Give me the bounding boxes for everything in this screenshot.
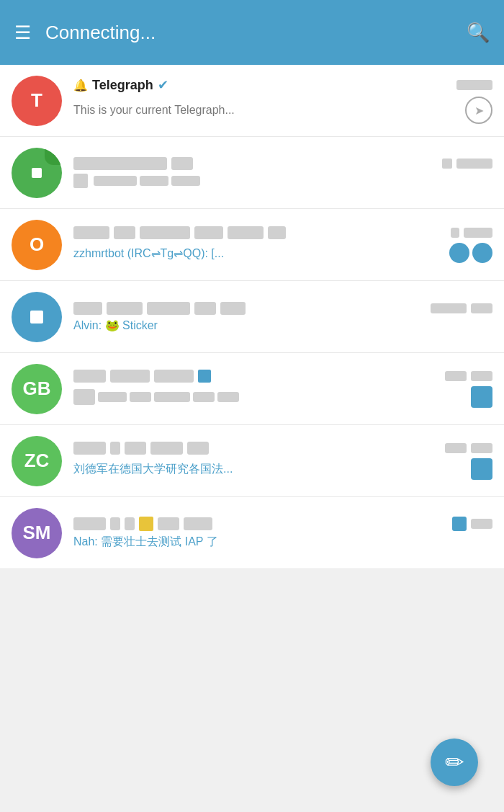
- chat-name-zc-dot: [110, 442, 120, 455]
- compose-icon: ✏: [445, 749, 464, 776]
- preview-green-2: [140, 176, 168, 186]
- chat-name-orange-4: [194, 226, 223, 239]
- chat-name-green: [73, 157, 167, 170]
- chat-name-sm-3: [184, 517, 212, 530]
- chat-name-blue-2: [107, 302, 143, 315]
- chat-time-sm: [471, 519, 492, 529]
- chat-name-blue-5: [220, 302, 246, 315]
- chat-preview-sm: Nah: 需要壮士去测试 IAP 了: [73, 535, 218, 550]
- chat-name-green-2: [171, 157, 193, 170]
- chat-name-telegraph: Telegraph: [92, 78, 153, 93]
- chat-info-sm: Nah: 需要壮士去测试 IAP 了: [73, 517, 492, 550]
- chat-item-zc[interactable]: ZC 刘德军在德国大学研究各国法...: [0, 425, 504, 497]
- muted-icon: 🔔: [73, 79, 88, 92]
- chat-name-zc-1: [73, 442, 106, 455]
- chat-item-green[interactable]: [0, 137, 504, 209]
- avatar-blue: [12, 292, 62, 342]
- chat-name-blue-4: [194, 302, 216, 315]
- chat-name-zc-2: [125, 442, 146, 455]
- chat-name-sm-dot: [110, 517, 120, 530]
- chat-name-gb-3: [154, 370, 194, 383]
- chat-time-telegraph: [456, 80, 492, 90]
- chat-item-telegraph[interactable]: T 🔔 Telegraph ✔ This is your current Tel…: [0, 65, 504, 137]
- chat-item-orange[interactable]: O zzhmrtbot (IRC⇌Tg⇌QQ): [...: [0, 209, 504, 281]
- chat-name-orange-1: [73, 226, 109, 239]
- share-icon[interactable]: ➤: [465, 97, 492, 124]
- chat-preview-telegraph: This is your current Telegraph...: [73, 104, 235, 117]
- chat-preview-orange: zzhmrtbot (IRC⇌Tg⇌QQ): [...: [73, 246, 224, 260]
- chat-name-zc-4: [187, 442, 209, 455]
- avatar-green: [12, 148, 62, 198]
- chat-time-gb-1: [445, 371, 467, 381]
- chat-time-orange-icon: [451, 228, 459, 238]
- chat-time-green-icon: [442, 159, 452, 169]
- chat-name-gb-2: [110, 370, 150, 383]
- chat-info-gb: [73, 370, 492, 408]
- chat-preview-blue: Alvin: 🐸 Sticker: [73, 318, 158, 332]
- preview-gb-4: [193, 392, 215, 402]
- avatar-orange: O: [12, 220, 62, 270]
- compose-fab[interactable]: ✏: [431, 739, 478, 786]
- chat-time-green: [456, 159, 492, 169]
- search-icon[interactable]: 🔍: [467, 22, 490, 44]
- chat-time-zc-1: [445, 443, 467, 453]
- avatar-zc: ZC: [12, 436, 62, 486]
- preview-gb-icon: [73, 389, 95, 405]
- chat-time-blue: [431, 303, 467, 313]
- chat-name-zc-3: [150, 442, 183, 455]
- header-title: Connecting...: [45, 22, 452, 44]
- chat-name-blue-1: [73, 302, 102, 315]
- avatar-telegraph: T: [12, 76, 62, 126]
- chat-info-zc: 刘德军在德国大学研究各国法...: [73, 442, 492, 480]
- chat-preview-zc: 刘德军在德国大学研究各国法...: [73, 462, 233, 477]
- preview-gb-5: [217, 392, 239, 402]
- menu-icon[interactable]: ☰: [14, 23, 31, 42]
- chat-item-blue[interactable]: Alvin: 🐸 Sticker: [0, 281, 504, 353]
- chat-info-telegraph: 🔔 Telegraph ✔ This is your current Teleg…: [73, 77, 492, 124]
- chat-name-gb-1: [73, 370, 106, 383]
- chat-info-orange: zzhmrtbot (IRC⇌Tg⇌QQ): [...: [73, 226, 492, 263]
- verified-badge-telegraph: ✔: [158, 77, 168, 93]
- chat-name-sm-2: [158, 517, 179, 530]
- chat-name-gb-icon: [198, 370, 211, 383]
- avatar-sm: SM: [12, 508, 62, 558]
- badge-gb: [471, 386, 492, 408]
- chat-item-gb[interactable]: GB: [0, 353, 504, 425]
- app-header: ☰ Connecting... 🔍: [0, 0, 504, 65]
- avatar-gb: GB: [12, 364, 62, 414]
- chat-time-orange: [464, 228, 492, 238]
- badge-orange-2: [472, 243, 492, 263]
- preview-green-1: [94, 176, 137, 186]
- chat-time-sm-icon: [452, 517, 467, 531]
- preview-green-3: [171, 176, 200, 186]
- chat-name-blue-3: [147, 302, 190, 315]
- chat-name-orange-5: [228, 226, 264, 239]
- chat-info-green: [73, 157, 492, 188]
- preview-gb-1: [98, 392, 127, 402]
- chat-time-blue-2: [471, 303, 492, 313]
- chat-list: T 🔔 Telegraph ✔ This is your current Tel…: [0, 65, 504, 569]
- chat-info-blue: Alvin: 🐸 Sticker: [73, 302, 492, 332]
- chat-name-sm-1: [73, 517, 106, 530]
- chat-name-orange-6: [268, 226, 286, 239]
- preview-icon-green: [73, 174, 88, 188]
- chat-name-orange-3: [140, 226, 190, 239]
- chat-name-sm-dot2: [125, 517, 135, 530]
- chat-item-sm[interactable]: SM Nah: 需要壮士去测试 IAP 了: [0, 497, 504, 569]
- chat-name-sm-flag: [139, 517, 153, 531]
- chat-time-gb-2: [471, 371, 492, 381]
- badge-zc: [471, 458, 492, 480]
- chat-name-orange-2: [114, 226, 135, 239]
- chat-time-zc-2: [471, 443, 492, 453]
- preview-gb-3: [154, 392, 190, 402]
- badge-orange: [449, 243, 469, 263]
- preview-gb-2: [130, 392, 151, 402]
